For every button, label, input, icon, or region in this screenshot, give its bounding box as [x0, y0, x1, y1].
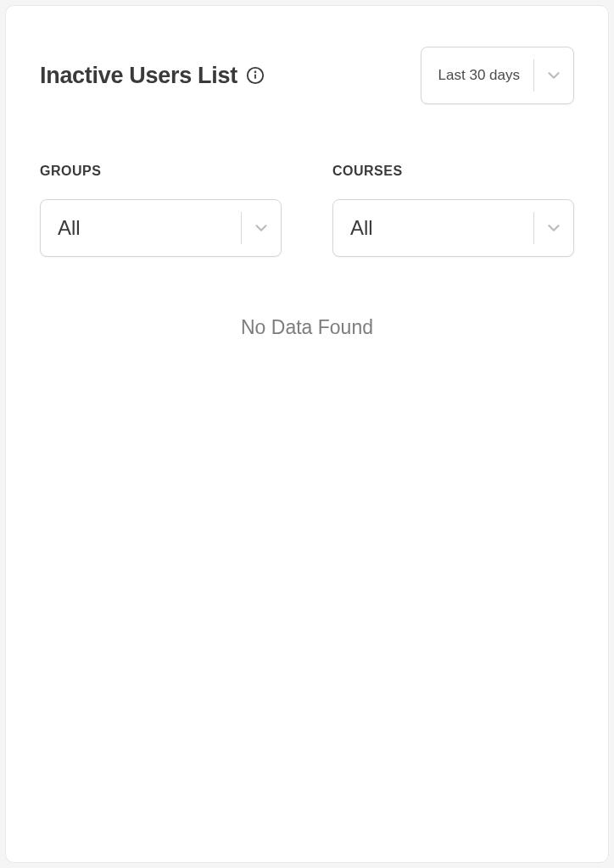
chevron-down-icon	[534, 66, 563, 85]
inactive-users-card: Inactive Users List Last 30 days GROUPS	[5, 5, 609, 863]
groups-label: GROUPS	[40, 164, 282, 179]
groups-value: All	[58, 216, 81, 240]
groups-select[interactable]: All	[40, 199, 282, 257]
select-right	[241, 212, 271, 244]
courses-select[interactable]: All	[332, 199, 574, 257]
courses-filter: COURSES All	[332, 164, 574, 257]
title-wrap: Inactive Users List	[40, 63, 265, 89]
page-title: Inactive Users List	[40, 63, 237, 89]
empty-state-message: No Data Found	[40, 316, 574, 339]
courses-label: COURSES	[332, 164, 574, 179]
chevron-down-icon	[242, 219, 271, 237]
courses-value: All	[350, 216, 373, 240]
groups-filter: GROUPS All	[40, 164, 282, 257]
info-icon[interactable]	[246, 66, 265, 85]
date-range-select[interactable]: Last 30 days	[421, 47, 574, 104]
select-right	[533, 212, 563, 244]
filters-row: GROUPS All COURSES All	[40, 164, 574, 257]
card-header: Inactive Users List Last 30 days	[40, 47, 574, 104]
svg-point-2	[254, 71, 255, 72]
chevron-down-icon	[534, 219, 563, 237]
date-range-value: Last 30 days	[438, 67, 533, 84]
